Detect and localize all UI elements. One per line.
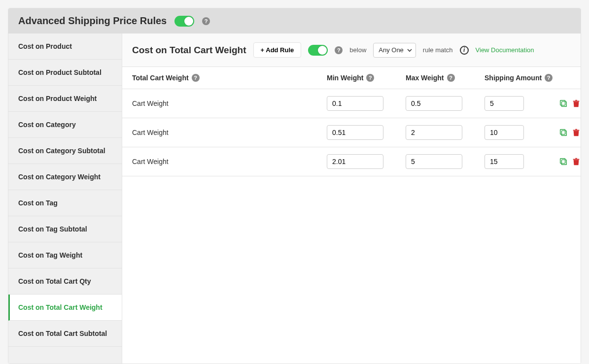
max-weight-input[interactable]	[406, 154, 462, 169]
sidebar-item[interactable]: Cost on Product	[8, 33, 122, 60]
svg-rect-0	[561, 101, 566, 106]
below-label: below	[349, 46, 366, 54]
sidebar-item-label: Cost on Tag Subtotal	[18, 225, 87, 233]
col-header-label: Total Cart Weight	[132, 74, 189, 82]
rule-match-label: rule match	[423, 46, 453, 54]
col-header-max: Max Weight	[406, 74, 444, 82]
header-title: Advanced Shipping Price Rules	[18, 15, 167, 27]
sidebar-item[interactable]: Cost on Tag	[8, 190, 122, 216]
help-icon[interactable]: ?	[366, 74, 374, 82]
rules-toggle[interactable]	[308, 45, 328, 56]
copy-icon[interactable]	[558, 128, 568, 137]
help-icon[interactable]: ?	[335, 46, 343, 54]
row-label: Cart Weight	[132, 129, 169, 136]
sidebar: Cost on ProductCost on Product SubtotalC…	[8, 33, 122, 364]
svg-rect-9	[560, 159, 565, 164]
header-bar: Advanced Shipping Price Rules ?	[8, 8, 581, 33]
max-weight-input[interactable]	[406, 96, 462, 111]
match-select[interactable]: Any One	[373, 43, 416, 58]
col-header-amount: Shipping Amount	[485, 74, 542, 82]
sidebar-item-label: Cost on Tag	[18, 199, 58, 207]
sidebar-item[interactable]: Cost on Category Subtotal	[8, 138, 122, 164]
table-header: Total Cart Weight ? Min Weight ? Max Wei…	[122, 67, 581, 89]
table-row: Cart Weight	[122, 118, 581, 147]
svg-rect-4	[561, 131, 566, 135]
sidebar-item-label: Cost on Product	[18, 42, 72, 50]
view-documentation-link[interactable]: View Documentation	[476, 46, 534, 54]
shipping-amount-input[interactable]	[485, 96, 524, 111]
sidebar-item[interactable]: Cost on Product Subtotal	[8, 60, 122, 86]
sidebar-item[interactable]: Cost on Total Cart Weight	[8, 295, 122, 321]
sidebar-item-label: Cost on Category	[18, 121, 76, 129]
svg-rect-7	[575, 129, 577, 130]
toolbar-title: Cost on Total Cart Weight	[132, 45, 246, 56]
add-rule-button[interactable]: + Add Rule	[253, 42, 302, 58]
sidebar-item-label: Cost on Total Cart Subtotal	[18, 330, 107, 337]
sidebar-item-label: Cost on Total Cart Qty	[18, 277, 91, 285]
help-icon[interactable]: ?	[447, 74, 455, 82]
col-header-min: Min Weight	[327, 74, 363, 82]
sidebar-item[interactable]: Cost on Product Weight	[8, 86, 122, 112]
sidebar-item-label: Cost on Product Subtotal	[18, 68, 102, 76]
copy-icon[interactable]	[558, 99, 568, 108]
sidebar-item[interactable]: Cost on Tag Weight	[8, 242, 122, 268]
trash-icon[interactable]	[571, 128, 581, 137]
toolbar: Cost on Total Cart Weight + Add Rule ? b…	[122, 33, 581, 67]
sidebar-item-label: Cost on Category Subtotal	[18, 147, 105, 155]
trash-icon[interactable]	[571, 157, 581, 166]
sidebar-item-label: Cost on Total Cart Weight	[18, 303, 103, 311]
table-row: Cart Weight	[122, 89, 581, 118]
trash-icon[interactable]	[571, 99, 581, 108]
svg-rect-1	[560, 100, 565, 105]
chevron-down-icon	[407, 47, 413, 53]
match-select-value: Any One	[379, 46, 404, 54]
table-row: Cart Weight	[122, 147, 581, 176]
sidebar-item[interactable]: Cost on Category	[8, 112, 122, 138]
svg-rect-11	[575, 158, 577, 159]
main-content: Cost on Total Cart Weight + Add Rule ? b…	[122, 33, 581, 364]
sidebar-item[interactable]: Cost on Category Weight	[8, 164, 122, 190]
sidebar-item-label: Cost on Product Weight	[18, 95, 97, 102]
svg-rect-8	[561, 160, 566, 165]
shipping-amount-input[interactable]	[485, 125, 524, 140]
min-weight-input[interactable]	[327, 125, 383, 140]
sidebar-item-label: Cost on Tag Weight	[18, 251, 82, 259]
sidebar-item[interactable]: Cost on Total Cart Qty	[8, 268, 122, 295]
header-toggle[interactable]	[174, 16, 194, 27]
help-icon[interactable]: ?	[202, 17, 210, 25]
svg-rect-5	[560, 130, 565, 134]
help-icon[interactable]: ?	[545, 74, 553, 82]
svg-rect-6	[573, 130, 580, 131]
min-weight-input[interactable]	[327, 96, 383, 111]
max-weight-input[interactable]	[406, 125, 462, 140]
svg-rect-2	[573, 101, 580, 102]
sidebar-item[interactable]: Cost on Tag Subtotal	[8, 216, 122, 242]
svg-rect-10	[573, 159, 580, 160]
row-label: Cart Weight	[132, 99, 169, 107]
help-icon[interactable]: ?	[192, 74, 200, 82]
svg-rect-3	[575, 100, 577, 101]
sidebar-item-label: Cost on Category Weight	[18, 173, 101, 181]
info-icon[interactable]: i	[460, 46, 469, 55]
shipping-amount-input[interactable]	[485, 154, 524, 169]
sidebar-item[interactable]: Cost on Total Cart Subtotal	[8, 321, 122, 347]
row-label: Cart Weight	[132, 158, 169, 165]
copy-icon[interactable]	[558, 157, 568, 166]
min-weight-input[interactable]	[327, 154, 383, 169]
